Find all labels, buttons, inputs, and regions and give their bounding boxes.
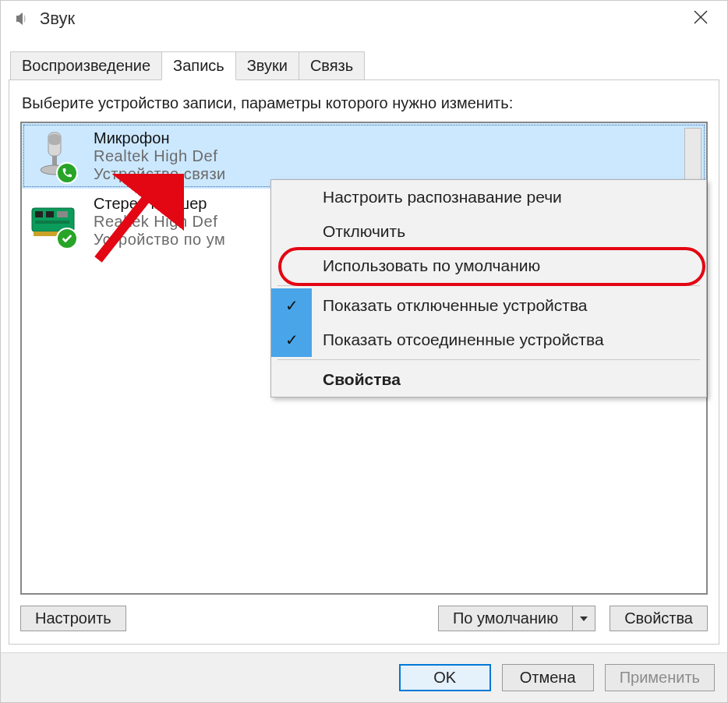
tab-communications[interactable]: Связь bbox=[299, 51, 365, 79]
svg-rect-8 bbox=[35, 221, 69, 224]
set-default-split-button[interactable]: По умолчанию bbox=[438, 606, 595, 631]
svg-rect-6 bbox=[46, 211, 54, 217]
tab-recording[interactable]: Запись bbox=[161, 51, 236, 80]
svg-rect-7 bbox=[57, 211, 68, 217]
sound-dialog: Звук Воспроизведение Запись Звуки Связь … bbox=[0, 0, 728, 703]
device-name: Стерео микшер bbox=[94, 195, 225, 213]
close-button[interactable] bbox=[684, 5, 718, 33]
ctx-properties[interactable]: Свойства bbox=[271, 362, 706, 397]
apply-button[interactable]: Применить bbox=[605, 664, 715, 691]
svg-rect-2 bbox=[52, 156, 57, 165]
set-default-dropdown[interactable] bbox=[572, 606, 595, 631]
check-icon: ✓ bbox=[271, 323, 312, 357]
device-name: Микрофон bbox=[94, 129, 226, 147]
pane-buttons: Настроить По умолчанию Свойства bbox=[20, 606, 708, 631]
ctx-show-disabled[interactable]: ✓ Показать отключенные устройства bbox=[271, 288, 706, 323]
speaker-icon bbox=[10, 8, 32, 30]
tab-playback[interactable]: Воспроизведение bbox=[10, 51, 162, 79]
phone-icon bbox=[61, 167, 73, 179]
properties-button[interactable]: Свойства bbox=[610, 606, 708, 631]
dialog-button-bar: OK Отмена Применить bbox=[1, 652, 727, 702]
configure-button[interactable]: Настроить bbox=[20, 606, 126, 631]
check-icon bbox=[61, 232, 73, 245]
default-device-badge bbox=[56, 228, 78, 249]
ctx-setup-speech[interactable]: Настроить распознавание речи bbox=[271, 180, 706, 214]
ctx-set-default[interactable]: Использовать по умолчанию bbox=[271, 249, 706, 283]
device-description: Realtek High Def bbox=[94, 213, 225, 231]
default-comm-badge bbox=[56, 162, 78, 184]
ctx-show-disconnected[interactable]: ✓ Показать отсоединенные устройства bbox=[271, 323, 706, 357]
device-description: Realtek High Def bbox=[94, 147, 226, 165]
tab-sounds[interactable]: Звуки bbox=[235, 51, 299, 79]
check-icon: ✓ bbox=[271, 288, 312, 323]
ctx-separator bbox=[277, 359, 700, 360]
device-status: Устройство по ум bbox=[94, 231, 225, 249]
device-status: Устройство связи bbox=[94, 165, 226, 183]
tab-bar: Воспроизведение Запись Звуки Связь bbox=[9, 51, 719, 80]
close-icon bbox=[693, 9, 709, 25]
set-default-button[interactable]: По умолчанию bbox=[438, 606, 572, 631]
device-text: Микрофон Realtek High Def Устройство свя… bbox=[94, 128, 226, 184]
ctx-disable[interactable]: Отключить bbox=[271, 214, 706, 249]
titlebar: Звук bbox=[1, 1, 727, 37]
window-title: Звук bbox=[40, 9, 684, 29]
microphone-icon bbox=[27, 128, 83, 184]
ctx-separator bbox=[277, 285, 700, 286]
soundcard-icon bbox=[27, 193, 83, 249]
svg-rect-5 bbox=[35, 211, 43, 217]
device-text: Стерео микшер Realtek High Def Устройств… bbox=[94, 193, 225, 249]
dialog-body: Воспроизведение Запись Звуки Связь Выбер… bbox=[1, 37, 727, 652]
ok-button[interactable]: OK bbox=[399, 664, 491, 691]
instruction-text: Выберите устройство записи, параметры ко… bbox=[22, 94, 706, 112]
svg-rect-1 bbox=[48, 134, 61, 145]
cancel-button[interactable]: Отмена bbox=[502, 664, 594, 691]
chevron-down-icon bbox=[579, 614, 588, 624]
level-meter bbox=[684, 128, 701, 182]
context-menu: Настроить распознавание речи Отключить И… bbox=[270, 179, 707, 397]
